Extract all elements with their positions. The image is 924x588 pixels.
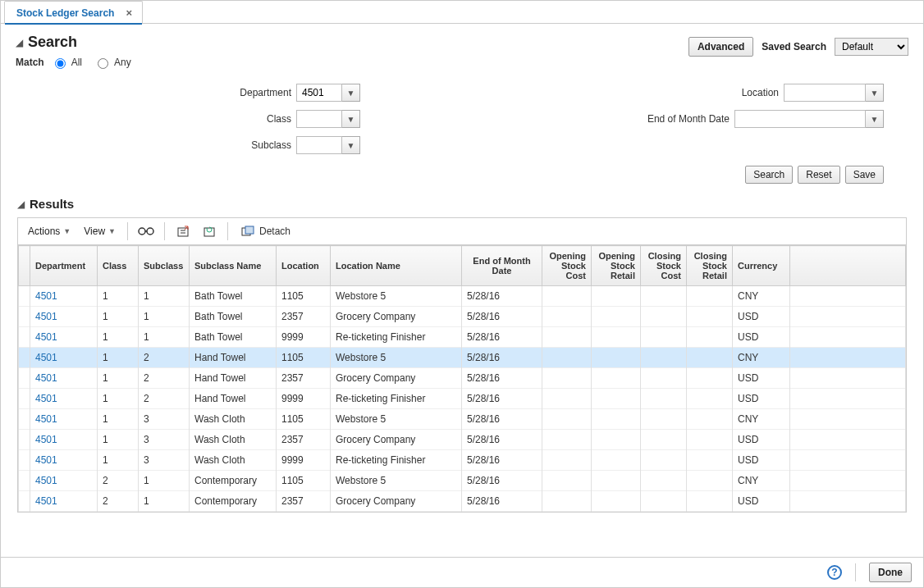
table-row[interactable]: 450111Bath Towel9999Re-ticketing Finishe… <box>19 327 906 348</box>
cell-subclass: 3 <box>139 430 190 450</box>
department-link[interactable]: 4501 <box>35 352 57 363</box>
cell-currency: USD <box>733 430 790 450</box>
table-row[interactable]: 450113Wash Cloth9999Re-ticketing Finishe… <box>19 450 906 471</box>
search-title-row: ◢ Search <box>16 34 136 51</box>
form-col-right: Location ▼ End of Month Date ▼ <box>393 84 908 154</box>
close-icon[interactable]: × <box>124 7 134 19</box>
refresh-icon[interactable] <box>198 221 221 241</box>
location-input[interactable] <box>784 84 866 102</box>
actions-menu[interactable]: Actions ▼ <box>23 223 75 239</box>
eom-dropdown-icon[interactable]: ▼ <box>866 110 884 128</box>
cell-location: 2357 <box>277 491 331 512</box>
separator <box>855 563 856 581</box>
cell-csr <box>687 471 733 491</box>
row-selector[interactable] <box>19 471 30 491</box>
department-link[interactable]: 4501 <box>35 331 57 343</box>
department-link[interactable]: 4501 <box>35 475 57 486</box>
cell-osr <box>592 307 641 327</box>
col-subclass-name[interactable]: Subclass Name <box>190 246 277 286</box>
cell-osr <box>592 286 641 307</box>
col-closing-stock-retail[interactable]: Closing Stock Retail <box>687 246 733 286</box>
row-selector[interactable] <box>19 450 30 471</box>
col-eom-date[interactable]: End of Month Date <box>462 246 542 286</box>
row-selector[interactable] <box>19 327 30 348</box>
table-row[interactable]: 450121Contemporary1105Webstore 55/28/16C… <box>19 471 906 491</box>
row-selector[interactable] <box>19 409 30 430</box>
results-table-wrap[interactable]: Department Class Subclass Subclass Name … <box>17 244 907 513</box>
location-dropdown-icon[interactable]: ▼ <box>866 84 884 102</box>
department-dropdown-icon[interactable]: ▼ <box>342 84 360 102</box>
saved-search-select[interactable]: Default <box>835 38 908 56</box>
location-combo: ▼ <box>784 84 884 102</box>
department-link[interactable]: 4501 <box>35 393 57 404</box>
col-currency[interactable]: Currency <box>733 246 790 286</box>
col-opening-stock-cost[interactable]: Opening Stock Cost <box>542 246 592 286</box>
department-link[interactable]: 4501 <box>35 311 57 322</box>
advanced-button[interactable]: Advanced <box>688 37 753 57</box>
match-all-radio[interactable] <box>55 58 66 69</box>
table-row[interactable]: 450121Contemporary2357Grocery Company5/2… <box>19 491 906 512</box>
row-selector[interactable] <box>19 307 30 327</box>
row-selector[interactable] <box>19 491 30 512</box>
col-subclass[interactable]: Subclass <box>139 246 190 286</box>
row-selector[interactable] <box>19 368 30 389</box>
search-button[interactable]: Search <box>745 166 793 184</box>
col-closing-stock-cost[interactable]: Closing Stock Cost <box>641 246 687 286</box>
done-button[interactable]: Done <box>869 563 912 582</box>
results-title-row: ◢ Results <box>17 197 907 211</box>
col-location-name[interactable]: Location Name <box>331 246 462 286</box>
table-row[interactable]: 450113Wash Cloth1105Webstore 55/28/16CNY <box>19 409 906 430</box>
export-icon[interactable] <box>172 221 194 241</box>
chevron-down-icon[interactable]: ◢ <box>16 37 23 48</box>
table-row[interactable]: 450112Hand Towel2357Grocery Company5/28/… <box>19 368 906 389</box>
cell-subclass: 1 <box>139 286 190 307</box>
class-dropdown-icon[interactable]: ▼ <box>342 110 360 128</box>
department-link[interactable]: 4501 <box>35 413 57 425</box>
table-row[interactable]: 450112Hand Towel1105Webstore 55/28/16CNY <box>19 348 906 368</box>
cell-class: 1 <box>98 368 139 389</box>
tab-stock-ledger-search[interactable]: Stock Ledger Search × <box>4 1 143 24</box>
subclass-dropdown-icon[interactable]: ▼ <box>342 136 360 154</box>
subclass-input[interactable] <box>296 136 342 154</box>
detach-button[interactable]: Detach <box>235 223 297 239</box>
help-icon[interactable]: ? <box>827 565 842 580</box>
cell-location: 9999 <box>277 450 331 471</box>
eom-input[interactable] <box>734 110 866 128</box>
cell-subclass-name: Hand Towel <box>190 389 277 409</box>
content-scroll[interactable]: ◢ Search Match All Any <box>1 24 923 557</box>
svg-point-0 <box>139 228 145 235</box>
row-selector[interactable] <box>19 348 30 368</box>
department-link[interactable]: 4501 <box>35 454 57 466</box>
table-row[interactable]: 450111Bath Towel2357Grocery Company5/28/… <box>19 307 906 327</box>
match-any-option[interactable]: Any <box>94 56 131 69</box>
department-link[interactable]: 4501 <box>35 495 57 507</box>
table-row[interactable]: 450112Hand Towel9999Re-ticketing Finishe… <box>19 389 906 409</box>
department-link[interactable]: 4501 <box>35 372 57 384</box>
cell-subclass-name: Bath Towel <box>190 307 277 327</box>
row-selector[interactable] <box>19 389 30 409</box>
subclass-combo: ▼ <box>296 136 360 154</box>
view-menu[interactable]: View ▼ <box>79 223 121 239</box>
match-all-option[interactable]: All <box>51 56 82 69</box>
col-location[interactable]: Location <box>277 246 331 286</box>
row-selector[interactable] <box>19 430 30 450</box>
row-selector[interactable] <box>19 286 30 307</box>
cell-osr <box>592 430 641 450</box>
location-label: Location <box>742 87 779 98</box>
cell-department: 4501 <box>30 450 98 471</box>
department-link[interactable]: 4501 <box>35 434 57 445</box>
col-department[interactable]: Department <box>30 246 98 286</box>
table-row[interactable]: 450113Wash Cloth2357Grocery Company5/28/… <box>19 430 906 450</box>
chevron-down-icon[interactable]: ◢ <box>17 198 25 210</box>
table-row[interactable]: 450111Bath Towel1105Webstore 55/28/16CNY <box>19 286 906 307</box>
match-any-radio[interactable] <box>98 58 108 69</box>
col-opening-stock-retail[interactable]: Opening Stock Retail <box>592 246 641 286</box>
reset-button[interactable]: Reset <box>798 166 839 184</box>
department-link[interactable]: 4501 <box>35 290 57 302</box>
class-input[interactable] <box>296 110 342 128</box>
glasses-icon[interactable] <box>135 221 158 241</box>
save-button[interactable]: Save <box>845 166 884 184</box>
department-input[interactable] <box>296 84 342 102</box>
cell-csc <box>641 307 687 327</box>
col-class[interactable]: Class <box>98 246 139 286</box>
